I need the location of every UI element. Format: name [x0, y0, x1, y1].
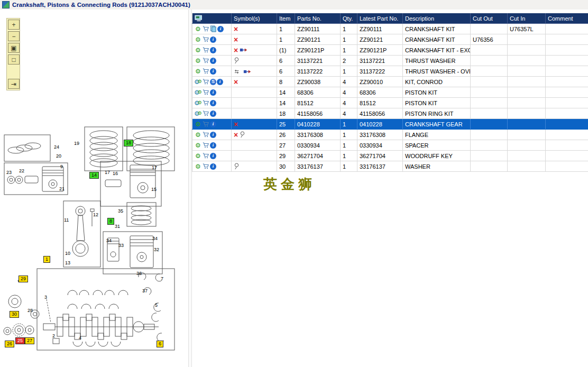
qty-cell[interactable]: 4	[341, 87, 357, 98]
diagram-callout-17[interactable]: 17	[151, 165, 158, 171]
cut-out-cell[interactable]	[471, 130, 508, 140]
cut-in-cell[interactable]	[508, 34, 546, 45]
info-icon[interactable]: i	[210, 142, 216, 149]
diagram-callout-36[interactable]: 36	[135, 271, 143, 277]
settings-gear-icon[interactable]: ⚙	[195, 152, 201, 159]
parts-no-cell[interactable]: 81512	[295, 98, 341, 108]
cut-out-cell[interactable]	[471, 119, 508, 130]
diagram-callout-20[interactable]: 20	[55, 153, 62, 159]
comment-cell[interactable]	[546, 45, 588, 56]
comment-cell[interactable]	[546, 151, 588, 161]
description-cell[interactable]: PISTON KIT	[403, 98, 471, 108]
cut-out-cell[interactable]	[471, 45, 508, 56]
comment-cell[interactable]	[546, 66, 588, 77]
parts-no-cell[interactable]: 33176308	[295, 130, 341, 140]
latest-part-no-cell[interactable]: 0330934	[357, 140, 403, 151]
info-icon[interactable]: i	[217, 26, 224, 32]
item-cell[interactable]: 1	[277, 24, 295, 34]
zoom-out-button[interactable]: −	[8, 31, 20, 41]
parts-row[interactable]: ⚙i631137221231137221THRUST WASHER	[192, 56, 588, 66]
qty-cell[interactable]: 1	[341, 151, 357, 161]
diagram-callout-9[interactable]: 9	[59, 164, 64, 170]
add-to-cart-icon[interactable]	[202, 121, 209, 127]
cut-out-cell[interactable]	[471, 151, 508, 161]
cut-in-cell[interactable]	[508, 119, 546, 130]
qty-cell[interactable]: 1	[341, 45, 357, 56]
comment-cell[interactable]	[546, 24, 588, 34]
info-icon[interactable]: i	[210, 111, 216, 117]
column-header-qty[interactable]: Qty.	[341, 13, 357, 24]
parts-row[interactable]: ⚙⚙i1468306468306PISTON KIT	[192, 87, 588, 98]
diagram-callout-17[interactable]: 17	[104, 170, 111, 176]
settings-gear-icon[interactable]: ⚙	[195, 131, 201, 138]
item-cell[interactable]: 26	[277, 130, 295, 140]
cut-in-cell[interactable]	[508, 77, 546, 87]
parts-row[interactable]: ⚙⚙Si×8ZZ900384ZZ90010KIT, CONROD	[192, 77, 588, 87]
qty-cell[interactable]: 1	[341, 66, 357, 77]
cut-out-cell[interactable]	[471, 24, 508, 34]
diagram-callout-24[interactable]: 24	[53, 144, 60, 150]
add-to-cart-icon[interactable]	[202, 25, 209, 32]
settings-gear-icon[interactable]: ⚙	[195, 25, 201, 32]
latest-part-no-cell[interactable]: ZZ90111	[357, 24, 403, 34]
cut-out-cell[interactable]	[471, 66, 508, 77]
info-icon[interactable]: i	[210, 100, 216, 106]
column-header-cut_out[interactable]: Cut Out	[471, 13, 508, 24]
comment-cell[interactable]	[546, 161, 588, 172]
parts-row[interactable]: ⚙i×1ZZ901211ZZ90121CRANKSHAFT KITU76356	[192, 34, 588, 45]
cut-out-cell[interactable]	[471, 140, 508, 151]
parts-row[interactable]: ⚙i2936271704136271704WOODRUFF KEY	[192, 151, 588, 161]
diagram-callout-35[interactable]: 35	[117, 208, 124, 214]
latest-part-no-cell[interactable]: 36271704	[357, 151, 403, 161]
diagram-callout-16[interactable]: 16	[112, 171, 119, 177]
settings-gear-icon[interactable]: ⚙	[195, 121, 201, 127]
item-cell[interactable]: 6	[277, 66, 295, 77]
diagram-callout-15[interactable]: 15	[150, 187, 158, 192]
parts-no-cell[interactable]: 33176137	[295, 161, 341, 172]
pan-button[interactable]: ⇥	[8, 79, 20, 89]
item-cell[interactable]: 30	[277, 161, 295, 172]
parts-row[interactable]: ⚙i×25041022810410228CRANKSHAFT GEAR	[192, 119, 588, 130]
add-to-cart-icon[interactable]	[202, 36, 209, 43]
comment-cell[interactable]	[546, 108, 588, 119]
parts-no-cell[interactable]: 41158056	[295, 108, 341, 119]
parts-no-cell[interactable]: ZZ90121	[295, 34, 341, 45]
diagram-callout-3[interactable]: 3	[43, 295, 48, 300]
info-icon[interactable]: i	[210, 153, 216, 159]
diagram-callout-25[interactable]: 25	[15, 337, 25, 344]
qty-cell[interactable]: 4	[341, 108, 357, 119]
cut-in-cell[interactable]	[508, 130, 546, 140]
parts-no-cell[interactable]: 68306	[295, 87, 341, 98]
qty-cell[interactable]: 1	[341, 119, 357, 130]
parts-no-cell[interactable]: 31137222	[295, 66, 341, 77]
cut-out-cell[interactable]	[471, 108, 508, 119]
qty-cell[interactable]: 1	[341, 130, 357, 140]
column-header-description[interactable]: Description	[403, 13, 471, 24]
parts-row[interactable]: ⚙i631137222131137222THRUST WASHER - OVER	[192, 66, 588, 77]
parts-row[interactable]: ⚙i3033176137133176137WASHER	[192, 161, 588, 172]
latest-part-no-cell[interactable]: 31137222	[357, 66, 403, 77]
gears-icon[interactable]: ⚙⚙	[195, 99, 201, 106]
cut-out-cell[interactable]	[471, 87, 508, 98]
comment-cell[interactable]	[546, 98, 588, 108]
add-to-cart-icon[interactable]	[202, 47, 209, 53]
settings-gear-icon[interactable]: ⚙	[195, 47, 201, 53]
diagram-callout-31[interactable]: 31	[114, 224, 121, 230]
description-cell[interactable]: PISTON RING KIT	[403, 108, 471, 119]
cut-in-cell[interactable]	[508, 151, 546, 161]
parts-no-cell[interactable]: 31137221	[295, 56, 341, 66]
gears-icon[interactable]: ⚙⚙	[195, 78, 201, 85]
diagram-callout-5[interactable]: 5	[154, 302, 159, 308]
column-header-cut_in[interactable]: Cut In	[508, 13, 546, 24]
add-to-cart-icon[interactable]	[202, 152, 209, 159]
diagram-callout-14[interactable]: 14	[89, 172, 99, 179]
zoom-fit-button[interactable]: ▣	[8, 43, 20, 53]
item-cell[interactable]: 1	[277, 34, 295, 45]
parts-no-cell[interactable]: 0330934	[295, 140, 341, 151]
description-cell[interactable]: KIT, CONROD	[403, 77, 471, 87]
item-cell[interactable]: (1)	[277, 45, 295, 56]
diagram-callout-4[interactable]: 4	[78, 335, 82, 341]
parts-row[interactable]: ⚙⚙i1481512481512PISTON KIT	[192, 98, 588, 108]
add-to-cart-icon[interactable]	[202, 78, 209, 85]
qty-cell[interactable]: 2	[341, 56, 357, 66]
